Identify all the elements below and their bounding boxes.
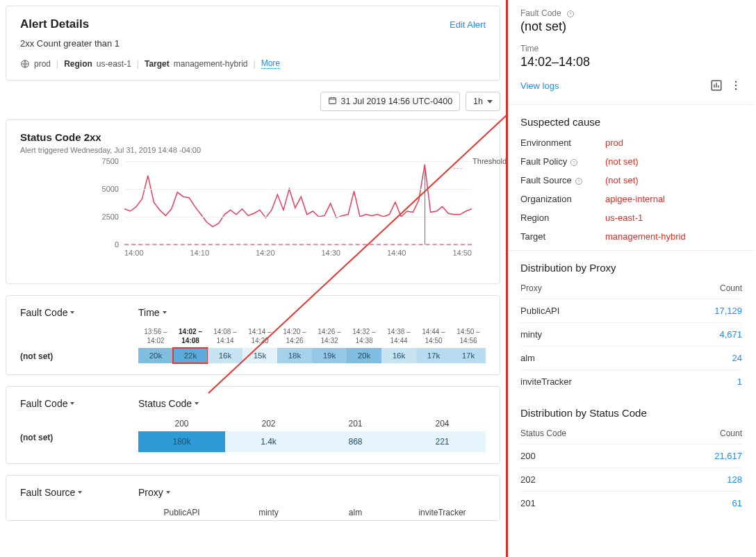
time-col-header: 14:38 –14:44 [381, 328, 416, 348]
y-axis: 7500500025000 [94, 161, 119, 244]
proxy-col-header: minty [225, 508, 312, 517]
table-row[interactable]: minty4,671 [520, 322, 742, 346]
spike-line [425, 165, 425, 244]
caret-down-icon [195, 402, 199, 405]
proxy-head: Proxy [520, 283, 542, 293]
dist-proxy-title: Distribution by Proxy [520, 262, 742, 274]
suspected-cause-title: Suspected cause [520, 116, 742, 128]
globe-icon [20, 59, 30, 69]
alert-meta: prod | Region us-east-1 | Target managem… [20, 58, 486, 69]
time-col-header: 14:20 –14:26 [277, 328, 312, 348]
time-heatmap-cell[interactable]: 19k [312, 348, 347, 363]
time-heatmap-cell[interactable]: 16k [208, 348, 243, 363]
time-col-header: 14:26 –14:32 [312, 328, 347, 348]
status-chart-card: Status Code 2xx Alert triggered Wednesda… [6, 119, 500, 284]
bar-chart-icon[interactable] [710, 79, 723, 92]
proxy-col-header: PublicAPI [138, 508, 225, 517]
statuscode-dim-select[interactable]: Status Code [138, 398, 199, 409]
statuscode-col-header: 204 [399, 419, 486, 431]
suspected-cause-row: Environmentprod [520, 138, 742, 148]
suspected-cause-row: Fault Policy?(not set) [520, 156, 742, 167]
svg-text:?: ? [569, 12, 572, 16]
alert-subtitle: 2xx Count greater than 1 [20, 38, 486, 49]
time-heatmap-cell[interactable]: 15k [243, 348, 277, 363]
time-col-header: 13:56 –14:02 [138, 328, 173, 348]
range-button[interactable]: 1h [466, 92, 500, 111]
time-label: Time [520, 44, 742, 53]
statuscode-heatmap-cell[interactable]: 221 [399, 431, 486, 452]
time-heatmap-cell[interactable]: 17k [416, 348, 451, 363]
help-icon[interactable]: ? [570, 158, 578, 167]
faultsource-dim-select[interactable]: Fault Source [20, 487, 82, 498]
statuscode-heatmap-cell[interactable]: 180k [138, 431, 225, 452]
table-row[interactable]: 202128 [520, 467, 742, 491]
faultcode-dim-select-2[interactable]: Fault Code [20, 398, 74, 409]
time-col-header: 14:32 –14:38 [347, 328, 381, 348]
svg-point-5 [735, 81, 737, 83]
edit-alert-link[interactable]: Edit Alert [450, 19, 486, 30]
svg-point-6 [735, 85, 737, 86]
suspected-cause-row: Regionus-east-1 [520, 213, 742, 223]
faultcode-value: (not set) [520, 19, 742, 34]
statuscode-col-header: 202 [225, 419, 312, 431]
proxy-col-header: inviteTracker [399, 508, 486, 517]
threshold-label: Threshold [472, 157, 506, 165]
sc-head: Status Code [520, 429, 566, 438]
statuscode-heatmap-cell[interactable]: 1.4k [225, 431, 312, 452]
region-label: Region [64, 59, 92, 69]
caret-down-icon [78, 491, 82, 494]
time-col-header: 14:44 –14:50 [416, 328, 451, 348]
date-range-text: 31 Jul 2019 14:56 UTC-0400 [341, 97, 453, 106]
date-range-button[interactable]: 31 Jul 2019 14:56 UTC-0400 [320, 92, 461, 111]
table-row[interactable]: inviteTracker1 [520, 369, 742, 393]
svg-text:?: ? [577, 179, 580, 183]
suspected-cause-row: Organizationapigee-internal [520, 194, 742, 204]
statuscode-col-header: 200 [138, 419, 225, 431]
count-head-2: Count [720, 429, 742, 438]
dist-sc-table: Status CodeCount 20021,61720212820161 [520, 429, 742, 515]
svg-point-7 [735, 88, 737, 90]
time-heatmap-cell[interactable]: 20k [138, 348, 173, 363]
alert-details-card: Alert Details Edit Alert 2xx Count great… [6, 6, 500, 81]
caret-down-icon [163, 311, 167, 314]
more-vert-icon[interactable] [730, 79, 742, 92]
table-row[interactable]: 20021,617 [520, 444, 742, 467]
proxy-dim-select[interactable]: Proxy [138, 487, 170, 498]
time-dim-select[interactable]: Time [138, 307, 167, 318]
dist-proxy-table: ProxyCount PublicAPI17,129minty4,671alm2… [520, 283, 742, 393]
proxy-columns: PublicAPImintyalminviteTracker [138, 508, 486, 517]
chart-title: Status Code 2xx [20, 131, 486, 143]
more-link[interactable]: More [261, 58, 280, 69]
caret-down-icon [487, 100, 493, 103]
time-col-header: 14:50 –14:56 [451, 328, 486, 348]
calendar-icon [328, 96, 337, 107]
help-icon[interactable]: ? [566, 10, 575, 18]
target-value: management-hybrid [174, 59, 248, 69]
range-text: 1h [473, 97, 483, 106]
chart-plot[interactable] [124, 161, 472, 244]
faultcode-dim-select[interactable]: Fault Code [20, 307, 74, 318]
statuscode-heatmap-cell[interactable]: 868 [312, 431, 399, 452]
time-value: 14:02–14:08 [520, 55, 742, 69]
svg-text:?: ? [573, 160, 576, 165]
time-heatmap-cell[interactable]: 22k [173, 348, 208, 363]
table-row[interactable]: PublicAPI17,129 [520, 299, 742, 322]
faultcode-label: Fault Code ? [520, 8, 742, 18]
table-row[interactable]: 20161 [520, 491, 742, 515]
faultcode-statuscode-card: Fault Code (not set) Status Code 200180k… [6, 386, 500, 464]
time-heatmap: 13:56 –14:0220k14:02 –14:0822k14:08 –14:… [138, 328, 486, 363]
time-heatmap-cell[interactable]: 20k [347, 348, 381, 363]
time-heatmap-cell[interactable]: 17k [451, 348, 486, 363]
time-heatmap-cell[interactable]: 16k [381, 348, 416, 363]
help-icon[interactable]: ? [575, 177, 583, 185]
table-row[interactable]: alm24 [520, 346, 742, 369]
dist-sc-title: Distribution by Status Code [520, 407, 742, 419]
caret-down-icon [166, 491, 170, 494]
faultcode-row-label-2: (not set) [20, 433, 124, 442]
time-heatmap-cell[interactable]: 18k [277, 348, 312, 363]
view-logs-link[interactable]: View logs [520, 81, 559, 91]
alert-title: Alert Details [20, 17, 89, 31]
count-head: Count [720, 283, 742, 293]
faultcode-time-card: Fault Code (not set) Time 13:56 –14:0220… [6, 295, 500, 375]
region-value: us-east-1 [97, 59, 131, 69]
